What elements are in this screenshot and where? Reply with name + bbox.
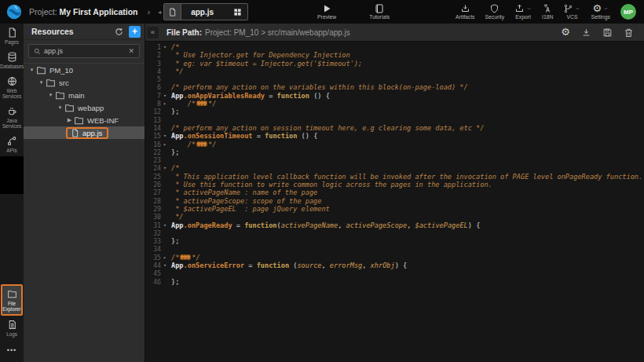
fold-open-icon[interactable]: ▾ (163, 165, 166, 171)
topbar-item-settings[interactable]: ⚙ Settings (591, 4, 610, 20)
tab-scroll-left-icon[interactable]: ◂ (158, 9, 161, 16)
delete-button[interactable] (624, 27, 634, 38)
sidebar-item-label: Pages (5, 39, 19, 45)
topbar-item-artifacts[interactable]: Artifacts (456, 4, 475, 20)
folded-code-widget[interactable] (180, 254, 191, 260)
code-line: 5 (145, 75, 644, 83)
refresh-icon[interactable] (115, 27, 123, 36)
code-editor-region: « File Path:Project: PM_10 > src/main/we… (145, 24, 644, 362)
tree-node-pm_10[interactable]: ▾PM_10 (24, 64, 145, 76)
fold-closed-icon[interactable]: ▸ (163, 254, 166, 261)
line-number: 3 (145, 60, 161, 68)
folder-icon (46, 78, 56, 88)
sidebar-item-label: Java Services (0, 118, 24, 129)
line-number: 27 (145, 188, 161, 196)
code-line: 33 }; (145, 237, 644, 245)
branch-icon (563, 4, 573, 13)
line-number: 2 (145, 51, 161, 59)
folded-code-widget[interactable] (196, 141, 207, 147)
line-number: 14 (145, 124, 161, 132)
file-path: File Path:Project: PM_10 > src/main/weba… (166, 28, 350, 37)
project-breadcrumb[interactable]: Project: My First Application (29, 7, 137, 16)
topbar-item-vcs[interactable]: VCS (563, 4, 580, 20)
page-icon (7, 27, 17, 38)
tree-node-src[interactable]: ▾src (24, 76, 145, 89)
folder-icon (7, 289, 17, 299)
code-line: 29 * $activePageEL : page jQuery element (145, 205, 644, 213)
fold-closed-icon[interactable]: ▸ (163, 141, 166, 148)
folder-icon (55, 90, 65, 101)
topbar-item-security[interactable]: Security (485, 4, 505, 20)
search-input[interactable]: app.js (44, 47, 125, 55)
top-bar: Project: My First Application › ◂ app.js… (0, 0, 644, 24)
download-button[interactable] (581, 27, 591, 38)
sidebar-item-file-explorer[interactable]: File Explorer (1, 284, 23, 316)
tree-node-webapp[interactable]: ▾webapp (24, 101, 145, 114)
user-avatar[interactable]: MP (620, 4, 636, 20)
tree-node-app.js[interactable]: app.js (24, 126, 145, 139)
sidebar-item-logs[interactable]: Logs (0, 316, 24, 340)
topbar-item-i18n[interactable]: I18N (542, 4, 553, 20)
code-line: 44 ▾ App.onServiceError = function (sour… (145, 261, 644, 269)
sidebar-item-databases[interactable]: Databases (0, 48, 24, 72)
settings-button[interactable]: ⚙ (561, 27, 570, 37)
i18n-icon (543, 4, 553, 13)
coffee-icon (7, 106, 17, 116)
save-button[interactable] (602, 27, 613, 38)
folder-icon (74, 115, 84, 126)
file-tree: ▾PM_10▾src▾main▾webapp▶WEB-INFapp.js (24, 63, 145, 139)
preview-button[interactable]: Preview (317, 4, 336, 20)
clear-search-icon[interactable]: ✕ (128, 47, 134, 55)
collapse-panel-icon[interactable]: « (147, 27, 159, 38)
fold-closed-icon[interactable]: ▸ (163, 101, 166, 107)
more-options-icon[interactable]: ••• (7, 340, 16, 362)
tree-node-label: WEB-INF (87, 116, 119, 125)
sidebar-item-apis[interactable]: APIs (0, 132, 24, 156)
caret-down-icon[interactable]: ▾ (47, 92, 54, 98)
grid-icon[interactable] (228, 8, 247, 16)
topbar-item-export[interactable]: Export (514, 4, 532, 20)
save-icon (602, 27, 613, 38)
code-line: 7 ▾ App.onAppVariablesReady = function (… (145, 92, 644, 100)
resources-title: Resources (31, 27, 115, 36)
editor-header: « File Path:Project: PM_10 > src/main/we… (145, 24, 644, 42)
resource-search-box[interactable]: app.js ✕ (28, 44, 140, 58)
sidebar-item-pages[interactable]: Pages (0, 24, 24, 48)
fold-open-icon[interactable]: ▾ (163, 44, 166, 50)
download-icon (581, 27, 591, 38)
tree-node-main[interactable]: ▾main (24, 89, 145, 101)
tree-node-web-inf[interactable]: ▶WEB-INF (24, 114, 145, 126)
caret-right-icon[interactable]: ▶ (66, 117, 73, 123)
topbar-item-label: Artifacts (456, 14, 475, 20)
line-number: 6 (145, 83, 161, 91)
folded-code-widget[interactable] (196, 101, 207, 106)
fold-open-icon[interactable]: ▾ (163, 222, 166, 229)
tree-node-label: PM_10 (49, 66, 73, 75)
tutorials-button[interactable]: Tutorials (369, 4, 390, 20)
fold-open-icon[interactable]: ▾ (163, 133, 166, 139)
add-resource-button[interactable]: + (129, 26, 141, 38)
sidebar-item-java-services[interactable]: Java Services (0, 102, 24, 132)
line-number: 30 (145, 213, 161, 221)
file-path-value: Project: PM_10 > src/main/webapp/app.js (205, 28, 350, 37)
export-icon (514, 4, 525, 13)
code-area[interactable]: 1 ▾ /* 2 * Use Injector.get for Dependen… (145, 42, 644, 362)
fold-open-icon[interactable]: ▾ (163, 262, 166, 269)
settings-icon: ⚙ (561, 27, 570, 37)
line-number: 1 (145, 43, 161, 51)
code-line: 22 }; (145, 148, 644, 156)
database-icon (7, 52, 17, 62)
fold-open-icon[interactable]: ▾ (163, 93, 166, 99)
line-number: 13 (145, 116, 161, 124)
tab-appjs[interactable]: app.js (163, 3, 248, 20)
sidebar-item-web-services[interactable]: Web Services (0, 72, 24, 102)
play-icon (322, 4, 331, 13)
app-logo-icon[interactable] (5, 3, 23, 20)
line-number: 7 (145, 92, 161, 100)
caret-down-icon[interactable]: ▾ (28, 67, 35, 73)
line-number: 15 (145, 132, 161, 140)
caret-down-icon[interactable]: ▾ (57, 104, 64, 111)
code-line: 35 ▸ /**/ (145, 254, 644, 261)
caret-down-icon[interactable]: ▾ (38, 79, 45, 86)
line-number: 23 (145, 156, 161, 164)
